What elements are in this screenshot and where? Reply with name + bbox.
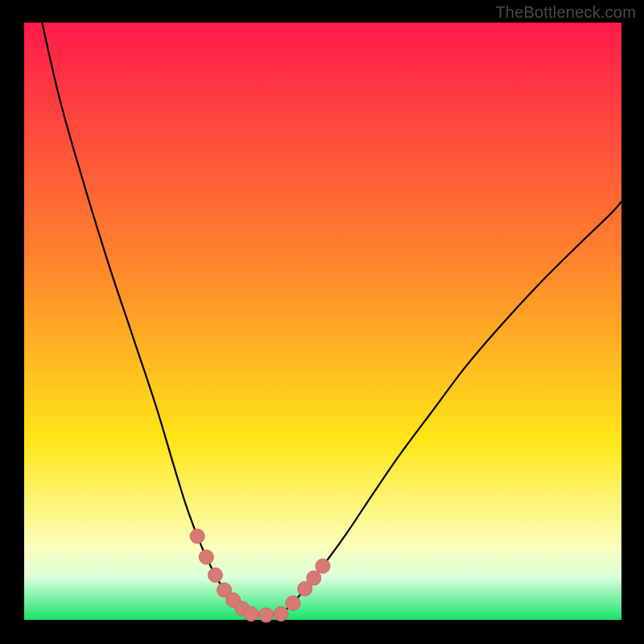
bottleneck-chart — [0, 0, 644, 644]
plot-background — [24, 23, 621, 620]
marker-point — [208, 568, 222, 582]
marker-point — [244, 607, 258, 621]
marker-point — [274, 607, 288, 621]
marker-point — [190, 529, 204, 543]
chart-frame: { "watermark": "TheBottleneck.com", "col… — [0, 0, 644, 644]
marker-point — [259, 608, 274, 622]
marker-point — [286, 596, 300, 610]
watermark-text: TheBottleneck.com — [495, 3, 636, 22]
marker-point — [307, 571, 321, 585]
marker-point — [199, 550, 213, 564]
marker-point — [316, 559, 330, 573]
